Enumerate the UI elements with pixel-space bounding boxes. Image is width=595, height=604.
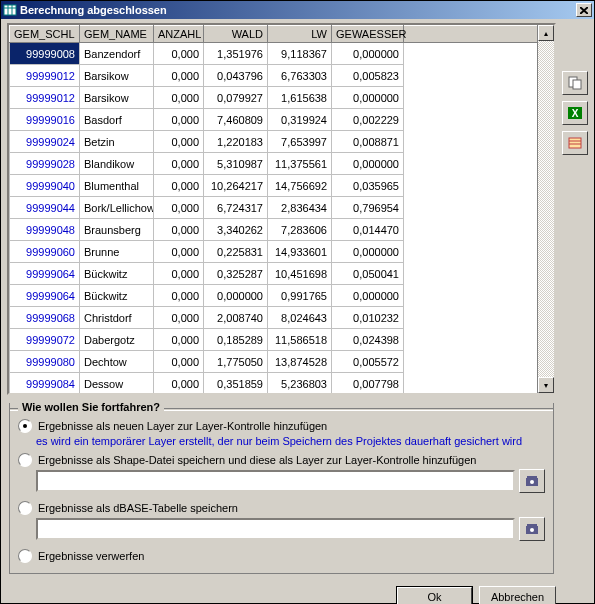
browse-shape-button[interactable] [519,469,545,493]
layout-button[interactable] [562,131,588,155]
table-cell: 99999064 [10,285,80,307]
table-row[interactable]: 99999084Dessow0,0000,3518595,2368030,007… [10,373,538,394]
results-table[interactable]: GEM_SCHLGEM_NAMEANZAHLWALDLWGEWAESSER 99… [9,25,538,393]
scroll-track[interactable] [538,41,554,377]
table-row[interactable]: 99999044Bork/Lellichow0,0006,7243172,836… [10,197,538,219]
option-label: Ergebnisse als Shape-Datei speichern und… [38,454,476,466]
table-cell: Dechtow [80,351,154,373]
column-header[interactable]: LW [268,26,332,43]
table-cell: 7,283606 [268,219,332,241]
table-row[interactable]: 99999048Braunsberg0,0003,3402627,2836060… [10,219,538,241]
svg-rect-13 [573,80,581,89]
table-cell: 2,008740 [204,307,268,329]
option-save-dbase[interactable]: Ergebnisse als dBASE-Tabelle speichern [18,501,545,515]
table-cell: 0,000 [154,65,204,87]
table-cell: 7,460809 [204,109,268,131]
app-icon [3,3,17,17]
table-cell: 3,340262 [204,219,268,241]
table-cell: 0,991765 [268,285,332,307]
table-row[interactable]: 99999072Dabergotz0,0000,18528911,5865180… [10,329,538,351]
close-button[interactable] [576,3,592,17]
table-cell: 0,014470 [332,219,404,241]
scroll-down-button[interactable]: ▾ [538,377,554,393]
table-row[interactable]: 99999012Barsikow0,0000,0437966,7633030,0… [10,65,538,87]
dialog-buttons: Ok Abbrechen [1,580,594,604]
table-row[interactable]: 99999064Bückwitz0,0000,0000000,9917650,0… [10,285,538,307]
table-cell: 99999008 [10,43,80,65]
table-cell: 0,000 [154,131,204,153]
cancel-button[interactable]: Abbrechen [479,586,556,604]
option-hint: es wird ein temporärer Layer erstellt, d… [36,435,545,447]
table-cell: Betzin [80,131,154,153]
dbase-path-input[interactable] [36,518,515,540]
table-cell: 99999016 [10,109,80,131]
table-cell: 14,933601 [268,241,332,263]
vertical-scrollbar[interactable]: ▴ ▾ [537,25,554,393]
table-cell: 11,586518 [268,329,332,351]
results-table-container: GEM_SCHLGEM_NAMEANZAHLWALDLWGEWAESSER 99… [7,23,556,395]
table-row[interactable]: 99999064Bückwitz0,0000,32528710,4516980,… [10,263,538,285]
table-row[interactable]: 99999060Brunne0,0000,22583114,9336010,00… [10,241,538,263]
table-cell: 99999012 [10,87,80,109]
table-cell: 1,615638 [268,87,332,109]
table-cell: 0,008871 [332,131,404,153]
table-cell: 1,220183 [204,131,268,153]
ok-button[interactable]: Ok [396,586,473,604]
table-cell: 0,796954 [332,197,404,219]
table-row[interactable]: 99999012Barsikow0,0000,0799271,6156380,0… [10,87,538,109]
table-cell: 0,000 [154,197,204,219]
svg-rect-7 [527,476,537,478]
table-row[interactable]: 99999068Christdorf0,0002,0087408,0246430… [10,307,538,329]
option-discard[interactable]: Ergebnisse verwerfen [18,549,545,563]
table-cell: Bork/Lellichow [80,197,154,219]
table-cell: Christdorf [80,307,154,329]
table-row[interactable]: 99999028Blandikow0,0005,31098711,3755610… [10,153,538,175]
titlebar: Berechnung abgeschlossen [1,1,594,19]
browse-dbase-button[interactable] [519,517,545,541]
table-cell: 14,756692 [268,175,332,197]
table-cell: 0,185289 [204,329,268,351]
table-row[interactable]: 99999016Basdorf0,0007,4608090,3199240,00… [10,109,538,131]
svg-text:X: X [572,108,579,119]
option-label: Ergebnisse als dBASE-Tabelle speichern [38,502,238,514]
excel-export-button[interactable]: X [562,101,588,125]
table-cell: 0,000 [154,351,204,373]
column-header[interactable]: WALD [204,26,268,43]
option-save-shape[interactable]: Ergebnisse als Shape-Datei speichern und… [18,453,545,467]
table-cell: 13,874528 [268,351,332,373]
table-cell: 0,043796 [204,65,268,87]
table-cell: 9,118367 [268,43,332,65]
table-cell: 0,035965 [332,175,404,197]
column-header[interactable]: GEM_NAME [80,26,154,43]
table-cell: 99999024 [10,131,80,153]
column-header[interactable]: GEM_SCHL [10,26,80,43]
table-cell: Barsikow [80,87,154,109]
column-header[interactable]: GEWAESSER [332,26,404,43]
table-cell: 0,000 [154,241,204,263]
column-header[interactable]: ANZAHL [154,26,204,43]
table-cell: 0,007798 [332,373,404,394]
radio-icon [18,549,32,563]
table-cell: 99999068 [10,307,80,329]
table-row[interactable]: 99999024Betzin0,0001,2201837,6539970,008… [10,131,538,153]
side-toolbar: X [562,71,590,161]
table-row[interactable]: 99999040Blumenthal0,00010,26421714,75669… [10,175,538,197]
copy-button[interactable] [562,71,588,95]
table-cell: 99999044 [10,197,80,219]
table-cell: 0,000 [154,175,204,197]
table-cell: 5,236803 [268,373,332,394]
shape-path-input[interactable] [36,470,515,492]
scroll-up-button[interactable]: ▴ [538,25,554,41]
table-cell: 8,024643 [268,307,332,329]
table-cell: 99999072 [10,329,80,351]
option-add-layer[interactable]: Ergebnisse als neuen Layer zur Layer-Kon… [18,419,545,433]
table-cell: Blumenthal [80,175,154,197]
table-row[interactable]: 99999080Dechtow0,0001,77505013,8745280,0… [10,351,538,373]
table-cell: 0,000 [154,153,204,175]
table-cell: 99999060 [10,241,80,263]
table-cell: 0,000000 [332,241,404,263]
table-cell: 99999084 [10,373,80,394]
table-row[interactable]: 99999008Banzendorf0,0001,3519769,1183670… [10,43,538,65]
svg-rect-10 [527,524,537,526]
radio-icon [18,419,32,433]
